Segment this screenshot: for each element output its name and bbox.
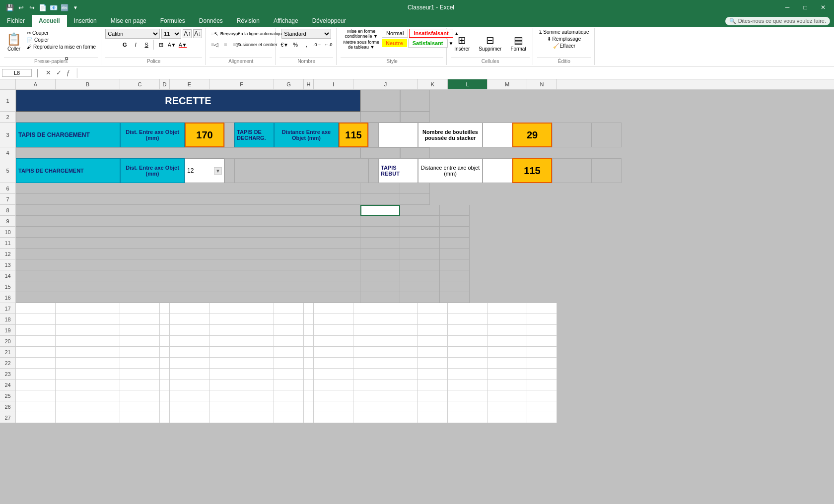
cell-b17[interactable] xyxy=(56,303,120,314)
bold-button[interactable]: G xyxy=(120,40,130,50)
formula-confirm-icon[interactable]: ✓ xyxy=(55,69,63,76)
cell-n2[interactable] xyxy=(400,112,430,123)
cell-c3[interactable]: 170 xyxy=(185,123,224,147)
cell-m5[interactable] xyxy=(552,158,592,183)
cell-m2[interactable] xyxy=(360,112,400,123)
wrap-text-button[interactable]: Renvoyer à la ligne automatiquement xyxy=(242,29,272,39)
row-header-18[interactable]: 18 xyxy=(0,314,16,325)
decrease-decimal-button[interactable]: ←.0 xyxy=(323,40,333,50)
fill-color-button[interactable]: A▼ xyxy=(167,40,177,50)
cell-m1[interactable] xyxy=(360,90,400,112)
row-header-13[interactable]: 13 xyxy=(0,259,16,270)
cell-b5[interactable]: Dist. Entre axe Objet (mm) xyxy=(120,158,185,183)
cell-j5[interactable]: Distance entre axe objet (mm) xyxy=(418,158,483,183)
row-header-20[interactable]: 20 xyxy=(0,336,16,347)
cell-row2-content[interactable] xyxy=(16,112,360,123)
row-header-12[interactable]: 12 xyxy=(0,249,16,259)
comma-button[interactable]: , xyxy=(301,40,311,50)
cell-row8-main[interactable] xyxy=(16,205,360,216)
col-header-F[interactable]: F xyxy=(209,79,274,89)
col-header-D[interactable]: D xyxy=(160,79,170,89)
row-header-27[interactable]: 27 xyxy=(0,412,16,423)
redo-button[interactable]: ↪ xyxy=(27,2,37,12)
cell-row7-main[interactable] xyxy=(16,194,360,205)
row-header-10[interactable]: 10 xyxy=(0,227,16,238)
cell-a3[interactable]: TAPIS DE CHARGEMENT xyxy=(16,123,120,147)
row-header-16[interactable]: 16 xyxy=(0,292,16,303)
cell-l16[interactable] xyxy=(360,292,400,303)
cell-i5[interactable]: TAPIS REBUT xyxy=(378,158,418,183)
formula-function-icon[interactable]: ƒ xyxy=(65,69,71,76)
col-header-G[interactable]: G xyxy=(274,79,304,89)
cell-n16[interactable] xyxy=(440,292,470,303)
cell-row10[interactable] xyxy=(16,227,360,238)
font-color-button[interactable]: A▼ xyxy=(178,40,188,50)
row-header-25[interactable]: 25 xyxy=(0,390,16,401)
col-header-M[interactable]: M xyxy=(487,79,527,89)
dropdown-arrow-c5[interactable]: ▼ xyxy=(214,167,222,175)
tab-formules[interactable]: Formules xyxy=(153,15,192,27)
font-shrink-button[interactable]: A↓ xyxy=(193,29,202,38)
cell-row9[interactable] xyxy=(16,216,360,227)
row-header-7[interactable]: 7 xyxy=(0,194,16,205)
cell-m3[interactable] xyxy=(552,123,592,147)
cell-n7[interactable] xyxy=(400,194,430,205)
tab-fichier[interactable]: Fichier xyxy=(0,15,32,27)
row-header-3[interactable]: 3 xyxy=(0,123,16,147)
effacer-button[interactable]: 🧹 Effacer xyxy=(551,43,578,49)
tab-revision[interactable]: Révision xyxy=(230,15,267,27)
cell-m9[interactable] xyxy=(400,216,440,227)
col-header-E[interactable]: E xyxy=(170,79,209,89)
col-header-J[interactable]: J xyxy=(353,79,418,89)
align-top-left-button[interactable]: ≡↖ xyxy=(209,29,219,39)
col-header-H[interactable]: H xyxy=(304,79,314,89)
cell-n17[interactable] xyxy=(527,303,557,314)
print-button[interactable]: 📄 xyxy=(38,2,48,12)
cell-row13[interactable] xyxy=(16,259,360,270)
cell-row16[interactable] xyxy=(16,292,360,303)
cell-row14[interactable] xyxy=(16,270,360,281)
cell-g3[interactable]: 115 xyxy=(339,123,368,147)
spellcheck-button[interactable]: 🔤 xyxy=(60,2,70,12)
cell-m13[interactable] xyxy=(400,259,440,270)
tab-developpeur[interactable]: Développeur xyxy=(305,15,353,27)
cell-m15[interactable] xyxy=(400,281,440,292)
cell-m16[interactable] xyxy=(400,292,440,303)
cell-row4-content[interactable] xyxy=(16,147,360,158)
col-header-L[interactable]: L xyxy=(448,79,487,89)
row-header-26[interactable]: 26 xyxy=(0,401,16,412)
corner-cell[interactable] xyxy=(0,79,16,89)
cell-m4[interactable] xyxy=(360,147,400,158)
cell-m17[interactable] xyxy=(487,303,527,314)
cell-c17[interactable] xyxy=(120,303,160,314)
cell-e17[interactable] xyxy=(170,303,209,314)
cell-i17[interactable] xyxy=(314,303,353,314)
cell-l11[interactable] xyxy=(360,238,400,249)
cell-i3[interactable] xyxy=(378,123,418,147)
row-header-19[interactable]: 19 xyxy=(0,325,16,336)
cell-row12[interactable] xyxy=(16,249,360,259)
cell-l10[interactable] xyxy=(360,227,400,238)
cell-n12[interactable] xyxy=(440,249,470,259)
row-header-2[interactable]: 2 xyxy=(0,112,16,123)
cell-n6[interactable] xyxy=(400,183,430,194)
font-name-select[interactable]: Calibri xyxy=(105,29,160,39)
formula-input[interactable] xyxy=(83,69,832,76)
col-header-N[interactable]: N xyxy=(527,79,557,89)
cell-l15[interactable] xyxy=(360,281,400,292)
conditional-format-button[interactable]: Mise en formeconditionnelle ▼ xyxy=(343,29,380,39)
cell-k17[interactable] xyxy=(418,303,448,314)
tab-donnees[interactable]: Données xyxy=(192,15,230,27)
row-header-22[interactable]: 22 xyxy=(0,358,16,369)
cell-n9[interactable] xyxy=(440,216,470,227)
tab-affichage[interactable]: Affichage xyxy=(267,15,305,27)
cell-d17[interactable] xyxy=(160,303,170,314)
minimize-button[interactable]: ─ xyxy=(778,1,796,14)
cell-m6[interactable] xyxy=(360,183,400,194)
style-insatisfaisant[interactable]: Insatisfaisant xyxy=(409,29,453,38)
undo-button[interactable]: ↩ xyxy=(16,2,26,12)
row-header-4[interactable]: 4 xyxy=(0,147,16,158)
close-button[interactable]: ✕ xyxy=(814,1,832,14)
more-qa-button[interactable]: ▼ xyxy=(70,2,80,12)
row-header-6[interactable]: 6 xyxy=(0,183,16,194)
